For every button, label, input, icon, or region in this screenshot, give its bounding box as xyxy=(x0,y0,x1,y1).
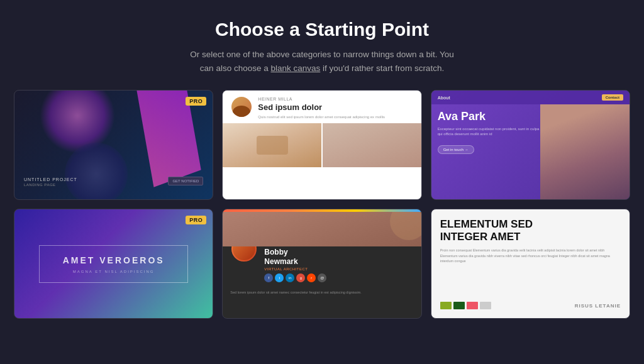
card-5-socials: f t in g r @ xyxy=(264,273,413,282)
card-3-nav-logo: About xyxy=(438,96,598,100)
template-grid: PRO UNTITLED PROJECT LANDING PAGE GET NO… xyxy=(14,90,630,319)
blank-canvas-link[interactable]: blank canvas xyxy=(270,63,320,73)
card-3-cta-button[interactable]: Get in touch → xyxy=(438,145,474,154)
card-4-inner: AMET VEROEROS MAGNA ET NISL ADIPISCING xyxy=(39,245,187,283)
pro-badge-4: PRO xyxy=(186,216,206,224)
card-2-avatar xyxy=(231,97,252,117)
card-1-circle2 xyxy=(65,143,128,199)
template-card-5[interactable]: BobbyNewmark VIRTUAL ARCHITECT f t in g … xyxy=(222,209,421,319)
subtitle-suffix: if you'd rather start from scratch. xyxy=(320,63,444,73)
card-4-subtitle: MAGNA ET NISL ADIPISCING xyxy=(52,270,174,273)
social-reddit-icon: r xyxy=(307,273,316,282)
header: Choose a Starting Point Or select one of… xyxy=(13,19,631,75)
template-card-2[interactable]: HEINER MILLA Sed ipsum dolor Quis nostru… xyxy=(222,90,421,200)
page-container: Choose a Starting Point Or select one of… xyxy=(0,0,644,364)
card-5-desc: Sed lorem ipsum dolor sit amet namec con… xyxy=(223,287,421,300)
card-2-author: HEINER MILLA xyxy=(258,97,412,101)
card-2-image-2 xyxy=(323,123,421,167)
card-3-desc: Excepteur sint occaecat cupidatat non pr… xyxy=(438,126,541,137)
card-2-image-1 xyxy=(223,123,321,167)
social-mail-icon: @ xyxy=(318,273,326,282)
card-6-title: ELEMENTUM SEDINTEGER AMET xyxy=(440,218,621,243)
card-2-inner: HEINER MILLA Sed ipsum dolor Quis nostru… xyxy=(223,91,421,199)
card-5-person-name: BobbyNewmark xyxy=(264,248,413,266)
color-swatch-2 xyxy=(453,302,465,309)
card-2-text-block: HEINER MILLA Sed ipsum dolor Quis nostru… xyxy=(258,97,412,119)
card-1-project-title: UNTITLED PROJECT xyxy=(24,177,77,182)
card-6-color-swatches xyxy=(440,302,491,309)
pro-badge-1: PRO xyxy=(186,97,206,106)
template-card-4[interactable]: PRO AMET VEROEROS MAGNA ET NISL ADIPISCI… xyxy=(14,209,213,319)
card-6-bottom: RISUS LETANIE xyxy=(440,302,621,309)
social-linkedin-icon: in xyxy=(286,273,294,282)
card-3-face xyxy=(540,104,630,199)
card-1-cta-button[interactable]: GET NOTIFIED xyxy=(168,177,203,185)
template-card-6[interactable]: ELEMENTUM SEDINTEGER AMET Proin non cons… xyxy=(431,209,630,319)
header-subtitle: Or select one of the above categories to… xyxy=(184,48,460,75)
color-swatch-1 xyxy=(440,302,452,309)
social-google-icon: g xyxy=(296,273,305,282)
card-2-top: HEINER MILLA Sed ipsum dolor Quis nostru… xyxy=(223,91,421,123)
card-4-title: AMET VEROEROS xyxy=(52,255,174,266)
card-1-inner: PRO UNTITLED PROJECT LANDING PAGE GET NO… xyxy=(14,91,213,199)
card-1-text: UNTITLED PROJECT LANDING PAGE xyxy=(24,177,77,187)
page-title: Choose a Starting Point xyxy=(13,19,631,40)
template-card-1[interactable]: PRO UNTITLED PROJECT LANDING PAGE GET NO… xyxy=(14,90,213,200)
card-1-project-sub: LANDING PAGE xyxy=(24,183,77,187)
card-2-title: Sed ipsum dolor xyxy=(258,102,412,113)
card-3-content: Ava Park Excepteur sint occaecat cupidat… xyxy=(438,111,541,154)
card-6-desc: Proin non consequat Elementum varius dia… xyxy=(440,248,621,263)
card-6-label: RISUS LETANIE xyxy=(575,303,621,309)
color-swatch-3 xyxy=(467,302,478,309)
card-3-person-name: Ava Park xyxy=(438,111,541,123)
card-6-inner: ELEMENTUM SEDINTEGER AMET Proin non cons… xyxy=(440,218,621,309)
card-2-images xyxy=(223,123,421,199)
card-3-nav-contact-button: Contact xyxy=(602,94,623,101)
card-5-role: VIRTUAL ARCHITECT xyxy=(264,267,413,271)
social-facebook-icon: f xyxy=(264,273,273,282)
template-card-3[interactable]: About Contact Ava Park Excepteur sint oc… xyxy=(431,90,630,200)
card-2-desc: Quis nostrud elit sed ipsum lorem dolor … xyxy=(258,114,412,119)
color-swatch-4 xyxy=(480,302,491,309)
social-twitter-icon: t xyxy=(275,273,284,282)
card-5-header-bg xyxy=(223,212,421,246)
card-3-nav: About Contact xyxy=(431,91,630,104)
card-3-person-bg xyxy=(540,104,630,199)
card-2-avatar-hat xyxy=(233,106,250,117)
